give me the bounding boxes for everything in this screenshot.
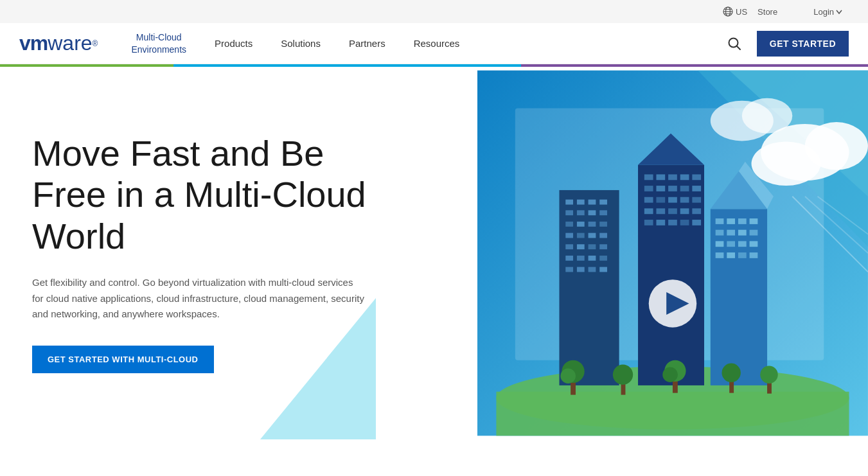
svg-rect-84 xyxy=(750,230,758,236)
hero-left: Move Fast and Be Free in a Multi-Cloud W… xyxy=(0,67,477,439)
svg-rect-35 xyxy=(565,244,573,249)
svg-rect-68 xyxy=(692,208,701,214)
svg-rect-73 xyxy=(692,220,701,225)
search-button[interactable] xyxy=(722,31,747,56)
navbar: vmware® Multi-CloudEnvironments Products… xyxy=(0,23,868,64)
svg-rect-89 xyxy=(716,252,724,258)
svg-rect-49 xyxy=(644,174,653,180)
store-link[interactable]: Store xyxy=(757,0,803,23)
svg-rect-58 xyxy=(692,186,701,191)
svg-rect-32 xyxy=(577,233,585,238)
svg-rect-90 xyxy=(727,252,735,258)
svg-rect-19 xyxy=(565,200,573,205)
svg-rect-105 xyxy=(767,382,772,394)
svg-rect-37 xyxy=(589,244,596,249)
svg-rect-81 xyxy=(716,230,724,236)
svg-rect-62 xyxy=(680,197,689,203)
svg-rect-88 xyxy=(750,241,758,247)
svg-rect-44 xyxy=(577,267,585,272)
svg-line-6 xyxy=(736,46,740,49)
svg-rect-20 xyxy=(577,200,585,205)
svg-rect-71 xyxy=(668,220,677,225)
svg-rect-64 xyxy=(644,208,653,214)
svg-rect-38 xyxy=(599,244,607,249)
svg-rect-51 xyxy=(668,174,677,180)
svg-rect-80 xyxy=(750,218,758,224)
hero-title: Move Fast and Be Free in a Multi-Cloud W… xyxy=(32,133,405,257)
nav-item-multicloud[interactable]: Multi-CloudEnvironments xyxy=(117,23,200,64)
svg-rect-42 xyxy=(599,256,607,261)
top-bar: US Store Login xyxy=(0,0,868,23)
svg-rect-22 xyxy=(599,200,607,205)
hero-image[interactable] xyxy=(477,67,868,439)
svg-rect-26 xyxy=(599,210,607,215)
svg-rect-60 xyxy=(657,197,666,203)
svg-rect-43 xyxy=(565,267,573,272)
svg-rect-18 xyxy=(560,190,619,385)
svg-rect-79 xyxy=(738,218,747,224)
hero-cta-button[interactable]: GET STARTED WITH MULTI-CLOUD xyxy=(32,346,214,373)
svg-rect-34 xyxy=(599,233,607,238)
nav-links: Multi-CloudEnvironments Products Solutio… xyxy=(117,23,722,64)
svg-rect-30 xyxy=(599,222,607,227)
svg-rect-65 xyxy=(657,208,666,214)
svg-rect-82 xyxy=(727,230,735,236)
svg-rect-33 xyxy=(589,233,596,238)
svg-point-13 xyxy=(752,141,821,186)
nav-item-partners[interactable]: Partners xyxy=(335,23,400,64)
svg-rect-31 xyxy=(565,233,573,238)
svg-rect-59 xyxy=(644,197,653,203)
svg-rect-70 xyxy=(657,220,666,225)
svg-rect-103 xyxy=(729,380,734,393)
svg-rect-67 xyxy=(680,208,689,214)
search-icon xyxy=(727,37,741,51)
svg-rect-29 xyxy=(589,222,596,227)
region-label: US xyxy=(736,7,747,17)
nav-item-products[interactable]: Products xyxy=(200,23,267,64)
svg-rect-53 xyxy=(692,174,701,180)
svg-rect-24 xyxy=(577,210,585,215)
svg-rect-77 xyxy=(716,218,724,224)
svg-point-106 xyxy=(760,366,777,383)
svg-rect-83 xyxy=(738,230,747,236)
login-label: Login xyxy=(813,7,834,17)
svg-rect-61 xyxy=(668,197,677,203)
svg-rect-92 xyxy=(750,252,758,258)
svg-rect-36 xyxy=(577,244,585,249)
svg-rect-55 xyxy=(657,186,666,191)
svg-point-99 xyxy=(613,365,633,385)
svg-rect-40 xyxy=(577,256,585,261)
logo[interactable]: vmware® xyxy=(19,31,98,55)
login-button[interactable]: Login xyxy=(813,7,842,17)
logo-reg-text: ® xyxy=(93,39,98,48)
svg-rect-56 xyxy=(668,186,677,191)
svg-rect-41 xyxy=(589,256,596,261)
svg-point-97 xyxy=(560,368,576,383)
svg-rect-78 xyxy=(727,218,735,224)
svg-rect-72 xyxy=(680,220,689,225)
svg-rect-86 xyxy=(727,241,735,247)
svg-rect-21 xyxy=(589,200,596,205)
svg-rect-46 xyxy=(599,267,607,272)
svg-point-104 xyxy=(722,364,740,382)
region-selector[interactable]: US xyxy=(723,6,747,17)
svg-rect-54 xyxy=(644,186,653,191)
svg-rect-27 xyxy=(565,222,573,227)
svg-point-15 xyxy=(742,98,792,134)
svg-rect-50 xyxy=(657,174,666,180)
logo-ware-text: ware xyxy=(48,31,92,55)
svg-rect-91 xyxy=(738,252,747,258)
svg-rect-63 xyxy=(692,197,701,203)
hero-illustration xyxy=(477,67,868,439)
svg-rect-66 xyxy=(668,208,677,214)
nav-item-resources[interactable]: Resources xyxy=(400,23,474,64)
svg-rect-17 xyxy=(496,392,849,436)
hero-description: Get flexibility and control. Go beyond v… xyxy=(32,275,366,322)
get-started-button[interactable]: GET STARTED xyxy=(757,31,849,57)
svg-rect-87 xyxy=(738,241,747,247)
svg-rect-85 xyxy=(716,241,724,247)
svg-point-102 xyxy=(662,367,678,382)
svg-rect-28 xyxy=(577,222,585,227)
nav-item-solutions[interactable]: Solutions xyxy=(267,23,335,64)
svg-rect-45 xyxy=(589,267,596,272)
